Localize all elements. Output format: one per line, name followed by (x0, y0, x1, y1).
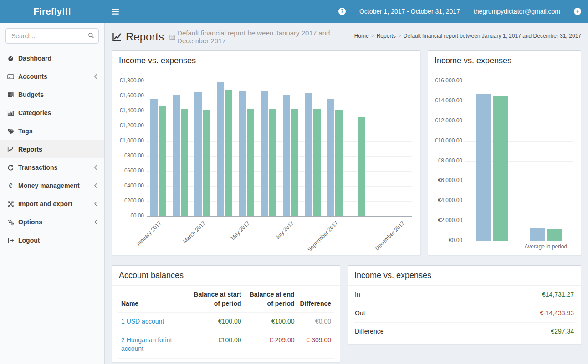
account-balances-table: Name Balance at start of period Balance … (118, 286, 334, 359)
help-button[interactable]: ? (332, 0, 353, 23)
x-axis-tick: July 2017 (252, 220, 295, 263)
gridline (465, 81, 573, 81)
x-axis-tick: December 2017 (363, 220, 406, 263)
sidebar-item-label: Logout (18, 237, 40, 244)
search-input[interactable] (5, 28, 99, 44)
breadcrumb: Home>Reports>Default financial report be… (354, 29, 581, 39)
sign-out-icon (7, 237, 14, 244)
sidebar-item-options[interactable]: Options (0, 213, 104, 231)
bar-expenses (313, 109, 321, 216)
summary-value: €297.34 (456, 323, 575, 341)
account-link[interactable]: 1 USD account (121, 318, 164, 325)
bar-income (305, 93, 312, 216)
euro-icon: € (7, 182, 14, 189)
income-expenses-summary-table: In€14,731.27Out€-14,433.93Difference€297… (354, 286, 575, 341)
gridline (465, 241, 573, 241)
sidebar-search (5, 28, 99, 44)
bar-chart-icon (7, 110, 14, 116)
breadcrumb-current: Default financial report between January… (404, 33, 581, 39)
box-title: Income vs. expenses (435, 56, 511, 65)
sidebar-toggle-button[interactable] (105, 0, 126, 23)
brand-light: III (62, 6, 72, 17)
breadcrumb-reports[interactable]: Reports (377, 33, 396, 39)
sidebar-item-import-export[interactable]: Import and export (0, 195, 104, 213)
sidebar-item-money-management[interactable]: € Money management (0, 177, 104, 195)
bar-expenses (493, 96, 508, 241)
credit-card-icon (7, 73, 14, 80)
refresh-icon (7, 164, 14, 171)
table-row: In€14,731.27 (354, 286, 575, 304)
income-expenses-summary-box: Income vs. expenses In€14,731.27Out€-14,… (348, 265, 581, 345)
bar-expenses (291, 109, 298, 216)
date-range-button[interactable]: October 1, 2017 - October 31, 2017 (353, 0, 467, 23)
search-icon[interactable] (88, 32, 94, 40)
bar-income (173, 95, 180, 216)
page-title: Reports (112, 30, 164, 43)
y-axis-tick: €400.00 (117, 182, 144, 189)
bar-expenses (225, 90, 232, 216)
y-axis-tick: €12,000.00 (433, 117, 462, 124)
line-chart-icon (7, 146, 14, 153)
bar-income (150, 99, 158, 216)
sidebar-item-label: Options (18, 218, 42, 226)
brand-bold: Firefly (33, 6, 62, 17)
sidebar-item-label: Budgets (18, 91, 44, 98)
amount-cell: €100.00 (191, 312, 244, 331)
control-sidebar-button[interactable]: + (567, 0, 588, 23)
sidebar-item-label: Categories (18, 109, 51, 116)
sidebar-item-logout[interactable]: Logout (0, 231, 104, 249)
sidebar-item-transactions[interactable]: Transactions (0, 158, 104, 177)
report-subtitle: Default financial report between January… (169, 29, 354, 45)
chevron-left-icon (93, 183, 98, 188)
bars-icon (112, 9, 119, 15)
sidebar-item-accounts[interactable]: Accounts (0, 67, 104, 86)
bar-expenses (159, 106, 166, 216)
y-axis-tick: €1,800.00 (117, 77, 144, 84)
column-header-difference: Difference (297, 286, 334, 312)
bar-expenses (358, 117, 365, 217)
line-chart-icon (112, 32, 122, 42)
bar-expenses (203, 110, 210, 216)
tasks-icon (7, 91, 14, 98)
sidebar: Dashboard Accounts Budgets Categories Ta… (0, 23, 105, 364)
bar-expenses (269, 109, 276, 216)
box-title: Account balances (119, 271, 184, 280)
sidebar-item-label: Accounts (18, 73, 47, 80)
box-header: Income vs. expenses (428, 51, 581, 71)
table-row: 2 Hungarian forint account€100.00€-209.0… (118, 331, 334, 358)
summary-value: €-14,433.93 (456, 304, 575, 323)
arrows-icon (7, 201, 14, 207)
box-header: Income vs. expenses (112, 51, 420, 71)
y-axis-tick: €0.00 (117, 212, 144, 219)
content: Reports Default financial report between… (105, 23, 588, 363)
amount-cell: €100.00 (244, 312, 297, 331)
income-expenses-average-chart-box: Income vs. expenses €0.00€2,000.00€4,000… (428, 50, 581, 256)
bar-expenses (547, 229, 562, 241)
tags-icon (7, 128, 14, 135)
sidebar-item-dashboard[interactable]: Dashboard (0, 49, 104, 67)
table-row: Out€-14,433.93 (354, 304, 575, 323)
chevron-left-icon (93, 219, 98, 225)
box-header: Account balances (112, 266, 340, 286)
sidebar-item-budgets[interactable]: Budgets (0, 86, 104, 104)
chevron-left-icon (93, 74, 98, 79)
table-header-row: Name Balance at start of period Balance … (118, 286, 334, 312)
breadcrumb-home[interactable]: Home (354, 33, 369, 39)
y-axis-tick: €0.00 (433, 237, 462, 243)
column-header-end: Balance at end of period (244, 286, 297, 312)
amount-cell: €-209.00 (244, 331, 297, 358)
brand-logo[interactable]: FireflyIII (0, 0, 105, 23)
y-axis-tick: €200.00 (117, 197, 144, 204)
y-axis-tick: €800.00 (117, 152, 144, 159)
account-link[interactable]: 2 Hungarian forint account (121, 336, 172, 353)
user-email-menu[interactable]: thegrumpydictator@gmail.com (467, 0, 567, 23)
sidebar-item-categories[interactable]: Categories (0, 104, 104, 122)
sidebar-item-label: Money management (18, 182, 80, 189)
sidebar-item-tags[interactable]: Tags (0, 122, 104, 140)
income-expenses-monthly-chart: €0.00€200.00€400.00€600.00€800.00€1,000.… (117, 76, 416, 251)
y-axis-tick: €1,000.00 (117, 137, 144, 144)
y-axis-tick: €6,000.00 (433, 177, 462, 183)
sidebar-item-reports[interactable]: Reports (0, 140, 104, 158)
x-axis-tick: May 2017 (208, 220, 251, 263)
summary-label: Difference (354, 323, 456, 341)
